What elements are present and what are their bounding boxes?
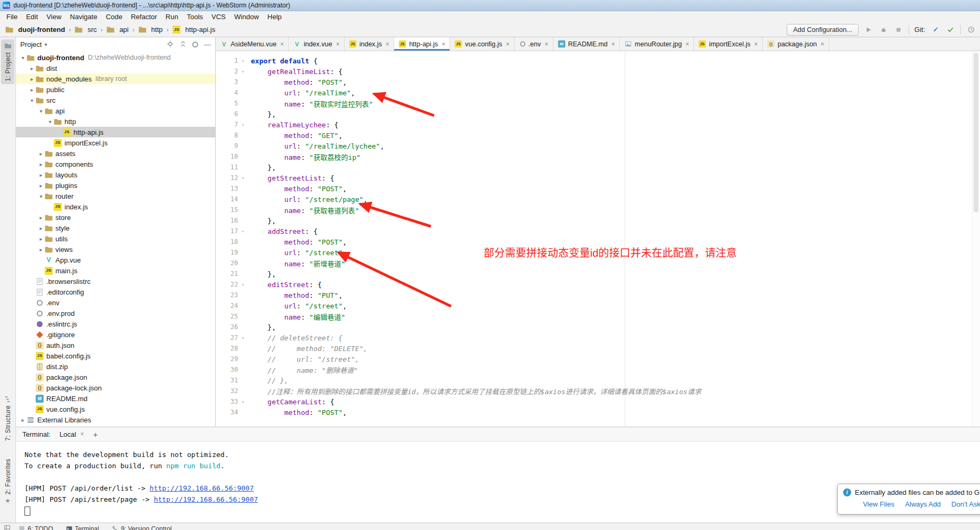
code-line-15[interactable]: 15 name: "获取巷道列表"	[216, 205, 973, 215]
code-line-25[interactable]: 25 name: "编辑巷道"	[216, 311, 973, 322]
status-terminal[interactable]: Terminal	[66, 525, 99, 530]
tree-item-babel-config-js[interactable]: JSbabel.config.js	[16, 350, 215, 361]
code-line-34[interactable]: 34 method: "POST",	[216, 407, 973, 418]
tree-expand-icon[interactable]: ▸	[28, 76, 36, 82]
code-line-1[interactable]: 1▾export default {	[216, 55, 973, 66]
fold-region-icon[interactable]: ▾	[238, 176, 248, 181]
close-tab-icon[interactable]: ×	[685, 40, 689, 48]
tree-item-style[interactable]: ▸style	[16, 223, 215, 233]
code-line-26[interactable]: 26 },	[216, 322, 973, 332]
code-line-31[interactable]: 31 // },	[216, 375, 973, 386]
tree-expand-icon[interactable]: ▸	[37, 247, 45, 252]
hide-panel-icon[interactable]: —	[204, 42, 211, 47]
tab-readme-md[interactable]: MREADME.md×	[553, 37, 620, 51]
tree-expand-icon[interactable]: ▸	[37, 236, 45, 242]
tree-expand-icon[interactable]: ▸	[28, 66, 36, 71]
tree-item-http[interactable]: ▾http	[16, 116, 215, 127]
close-tab-icon[interactable]: ×	[442, 40, 445, 48]
terminal-link[interactable]: http://192.168.66.56:9007	[150, 484, 254, 492]
editor[interactable]: 1▾export default {2▾ getRealTimeList: {3…	[216, 51, 980, 427]
tree-collapse-icon[interactable]: ▾	[28, 97, 36, 103]
code-line-6[interactable]: 6 },	[216, 109, 973, 119]
project-panel-title[interactable]: Project	[20, 40, 42, 48]
fold-region-icon[interactable]: ▾	[238, 399, 248, 404]
breadcrumb-http[interactable]: http	[137, 25, 164, 34]
git-update-icon[interactable]	[930, 25, 940, 35]
tree-item-assets[interactable]: ▸assets	[16, 148, 215, 159]
breadcrumb-http-api-js[interactable]: JShttp-api.js	[172, 25, 216, 34]
code-line-4[interactable]: 4 url: "/realTime",	[216, 87, 973, 98]
close-tab-icon[interactable]: ×	[386, 40, 389, 48]
tree-item-components[interactable]: ▸components	[16, 159, 215, 169]
tree-item-main-js[interactable]: JSmain.js	[16, 265, 215, 276]
tree-expand-icon[interactable]: ▸	[37, 172, 45, 178]
tree-collapse-icon[interactable]: ▾	[37, 193, 45, 199]
code-line-14[interactable]: 14 url: "/street/page",	[216, 194, 973, 205]
code-line-13[interactable]: 13 method: "POST",	[216, 183, 973, 194]
code-line-11[interactable]: 11 },	[216, 162, 973, 173]
tree-item-app-vue[interactable]: VApp.vue	[16, 255, 215, 265]
menu-file[interactable]: File	[2, 11, 22, 22]
code-line-29[interactable]: 29 // url: "/street",	[216, 354, 973, 364]
terminal-tab-local[interactable]: Local ×	[57, 427, 87, 441]
close-tab-icon[interactable]: ×	[821, 40, 824, 48]
tree-collapse-icon[interactable]: ▾	[46, 119, 54, 125]
tab-package-json[interactable]: {}package.json×	[763, 37, 829, 51]
close-tab-icon[interactable]: ×	[280, 40, 284, 48]
breadcrumb-api[interactable]: api	[105, 25, 129, 34]
debug-icon[interactable]	[879, 25, 888, 35]
tab-http-api-js[interactable]: JShttp-api.js×	[394, 37, 450, 51]
tab-asidemenu-vue[interactable]: VAsideMenu.vue×	[216, 37, 289, 51]
tree-item-importexcel-js[interactable]: JSimportExcel.js	[16, 137, 215, 148]
tree-expand-icon[interactable]: ▸	[37, 225, 45, 231]
tree-expand-icon[interactable]: ▸	[37, 151, 45, 157]
menu-help[interactable]: Help	[263, 11, 286, 22]
tree-item-router[interactable]: ▾router	[16, 191, 215, 201]
tree-item-duoji-frontend[interactable]: ▾duoji-frontendD:\zheheWeb\duoji-fronten…	[16, 52, 215, 63]
tree-expand-icon[interactable]: ▸	[37, 215, 45, 221]
tree-item-dist-zip[interactable]: dist.zip	[16, 361, 215, 372]
menu-vcs[interactable]: VCS	[207, 11, 230, 22]
tree-expand-icon[interactable]: ▸	[37, 161, 45, 167]
notification-action-always-add[interactable]: Always Add	[905, 500, 941, 508]
code-line-12[interactable]: 12▾ getStreetList: {	[216, 173, 973, 183]
tree-expand-icon[interactable]: ▸	[28, 87, 36, 93]
code-line-2[interactable]: 2▾ getRealTimeList: {	[216, 66, 973, 77]
notification-action-don-t-ask-again[interactable]: Don't Ask Again	[951, 500, 980, 508]
toolwindow-switcher-icon[interactable]	[4, 525, 10, 530]
code-line-8[interactable]: 8 method: "GET",	[216, 130, 973, 141]
menu-refactor[interactable]: Refactor	[127, 11, 161, 22]
tree-collapse-icon[interactable]: ▾	[19, 55, 27, 61]
tree-item-vue-config-js[interactable]: JSvue.config.js	[16, 404, 215, 414]
code-line-30[interactable]: 30 // name: "删除巷道"	[216, 364, 973, 375]
menu-code[interactable]: Code	[102, 11, 127, 22]
tree-item-editorconfig[interactable]: .editorconfig	[16, 287, 215, 297]
settings-gear-icon[interactable]	[192, 42, 198, 47]
tree-item-api[interactable]: ▾api	[16, 105, 215, 116]
code-line-10[interactable]: 10 name: "获取荔枝的ip"	[216, 151, 973, 162]
notification-action-view-files[interactable]: View Files	[863, 500, 894, 508]
tree-item-http-api-js[interactable]: JShttp-api.js	[16, 127, 215, 137]
fold-region-icon[interactable]: ▾	[238, 336, 248, 340]
code-line-3[interactable]: 3 method: "POST",	[216, 77, 973, 87]
tree-expand-icon[interactable]: ▸	[37, 183, 45, 189]
code-line-27[interactable]: 27▾ // deleteStreet: {	[216, 332, 973, 343]
tree-item-node-modules[interactable]: ▸node_moduleslibrary root	[16, 74, 215, 84]
stop-icon[interactable]	[894, 25, 903, 35]
editor-scrollbar[interactable]	[972, 51, 980, 427]
new-terminal-tab-button[interactable]: +	[93, 430, 98, 439]
code-line-7[interactable]: 7▾ realTimeLychee: {	[216, 119, 973, 130]
tree-item-auth-json[interactable]: {}auth.json	[16, 340, 215, 350]
status-9-version-control[interactable]: 9: Version Control	[112, 525, 172, 530]
close-icon[interactable]: ×	[80, 430, 84, 438]
run-icon[interactable]	[864, 25, 873, 35]
tree-item-dist[interactable]: ▸dist	[16, 63, 215, 74]
tree-item-src[interactable]: ▾src	[16, 95, 215, 105]
menu-view[interactable]: View	[42, 11, 66, 22]
close-tab-icon[interactable]: ×	[754, 40, 758, 48]
toolwindow-button-7-structure[interactable]: 7: Structure	[1, 393, 14, 444]
menu-tools[interactable]: Tools	[183, 11, 207, 22]
terminal-link[interactable]: http://192.168.66.56:9007	[154, 495, 258, 503]
breadcrumb-duoji-frontend[interactable]: duoji-frontend	[4, 25, 66, 34]
close-tab-icon[interactable]: ×	[506, 40, 510, 48]
